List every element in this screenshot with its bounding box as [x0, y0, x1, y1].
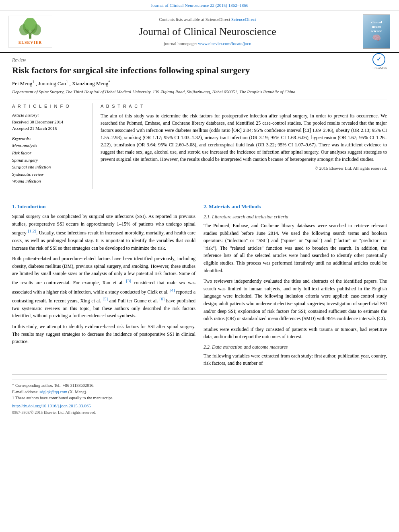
keyword-1: Meta-analysis	[12, 142, 86, 150]
copyright-text: © 2015 Elsevier Ltd. All rights reserved…	[101, 165, 387, 171]
keyword-4: Surgical site infection	[12, 164, 86, 171]
sciencedirect-info: Contents lists available at ScienceDirec…	[60, 16, 355, 23]
doi-section: http://dx.doi.org/10.1016/j.jocn.2015.03…	[0, 401, 399, 417]
section2-para4: The following variables were extracted f…	[204, 352, 387, 367]
journal-title: Journal of Clinical Neuroscience	[60, 25, 355, 39]
ref4[interactable]: [4]	[170, 288, 175, 292]
section2-para3: Studies were excluded if they consisted …	[204, 326, 387, 341]
keyword-5: Systematic review	[12, 171, 86, 178]
journal-cover-image: clinicalneuroscience 🧠	[363, 14, 391, 49]
crossmark-badge: ✓ CrossMark	[372, 53, 387, 70]
keyword-3: Spinal surgery	[12, 157, 86, 164]
left-column: 1. Introduction Spinal surgery can be co…	[12, 203, 195, 370]
info-abstract-section: A R T I C L E I N F O Article history: R…	[12, 99, 387, 189]
author1-name: Fei Meng	[12, 80, 32, 86]
keywords-section: Keywords: Meta-analysis Risk factor Spin…	[12, 136, 86, 185]
keywords-list: Meta-analysis Risk factor Spinal surgery…	[12, 142, 86, 185]
journal-homepage-link[interactable]: www.elsevier.com/locate/jocn	[198, 41, 251, 46]
elsevier-logo: ELSEVIER	[8, 16, 52, 47]
issn-line: 0967-5868/© 2015 Elsevier Ltd. All right…	[12, 410, 96, 415]
keyword-2: Risk factor	[12, 150, 86, 157]
author2-name: , Junming Cao	[35, 80, 66, 86]
journal-ref-text: Journal of Clinical Neuroscience 22 (201…	[151, 3, 249, 8]
keyword-6: Wound infection	[12, 178, 86, 185]
elsevier-tree-icon	[16, 18, 44, 40]
section2-sub1: 2.1. Literature search and inclusion cri…	[204, 214, 387, 220]
journal-homepage: journal homepage: www.elsevier.com/locat…	[60, 41, 355, 47]
abstract-heading: A B S T R A C T	[101, 103, 387, 109]
article-footer: * Corresponding author. Tel.: +86 311886…	[12, 374, 387, 401]
right-column: 2. Materials and Methods 2.1. Literature…	[204, 203, 387, 370]
abstract-panel: A B S T R A C T The aim of this study wa…	[101, 103, 387, 189]
ref1-2[interactable]: [1,2]	[28, 228, 36, 233]
section2-para1: The Pubmed, Embase, and Cochrane library…	[204, 222, 387, 274]
author1-sup: 1	[32, 80, 34, 84]
journal-title-area: Contents lists available at ScienceDirec…	[52, 16, 363, 47]
abstract-text: The aim of this study was to determine t…	[101, 112, 387, 163]
section1-para2: Both patient-related and procedure-relat…	[12, 255, 195, 320]
elsevier-wordmark: ELSEVIER	[11, 40, 49, 45]
email-line: E-mail address: sdglqk@qq.com (X. Meng).	[12, 389, 387, 395]
authors-line: Fei Meng1 , Junming Cao1 , Xianzhong Men…	[12, 79, 387, 88]
accepted-date: Accepted 21 March 2015	[12, 125, 86, 131]
author2-sup: 1	[66, 80, 68, 84]
history-label: Article history:	[12, 112, 86, 118]
crossmark-icon: ✓	[372, 53, 385, 66]
received-date: Received 30 December 2014	[12, 119, 86, 125]
article-info-heading: A R T I C L E I N F O	[12, 103, 86, 109]
doi-link[interactable]: http://dx.doi.org/10.1016/j.jocn.2015.03…	[12, 403, 91, 408]
article-history: Article history: Received 30 December 20…	[12, 112, 86, 131]
author3-sup: *	[108, 80, 110, 84]
section1-para3: In this study, we attempt to identify ev…	[12, 323, 195, 345]
section2-sub2: 2.2. Data extraction and outcome measure…	[204, 344, 387, 351]
section1-heading: 1. Introduction	[12, 203, 195, 210]
journal-reference: Journal of Clinical Neuroscience 22 (201…	[0, 0, 399, 10]
article-body: Review Risk factors for surgical site in…	[0, 53, 399, 197]
svg-point-4	[25, 18, 36, 30]
section2-para2: Two reviewers independently evaluated th…	[204, 277, 387, 322]
journal-header: ELSEVIER Contents lists available at Sci…	[0, 10, 399, 53]
article-info-panel: A R T I C L E I N F O Article history: R…	[12, 103, 93, 189]
article-type-label: Review	[12, 57, 387, 64]
corresponding-author: * Corresponding author. Tel.: +86 311886…	[12, 382, 387, 389]
author-email-link[interactable]: sdglqk@qq.com	[39, 390, 67, 394]
ref5[interactable]: [5]	[103, 296, 108, 301]
keywords-label: Keywords:	[12, 136, 86, 142]
ref3[interactable]: [3]	[126, 278, 131, 283]
article-title: Risk factors for surgical site infection…	[12, 65, 366, 76]
ref6[interactable]: [6]	[159, 296, 165, 301]
author3-name: , Xianzhong Meng	[69, 80, 108, 86]
section1-para1: Spinal surgery can be complicated by sur…	[12, 213, 195, 252]
section2-heading: 2. Materials and Methods	[204, 203, 387, 210]
affiliation-text: Department of Spine Surgery, The Third H…	[12, 89, 387, 95]
footnote-equal-contrib: 1 These authors have contributed equally…	[12, 395, 387, 401]
main-content: 1. Introduction Spinal surgery can be co…	[0, 197, 399, 374]
sciencedirect-link[interactable]: ScienceDirect	[231, 17, 256, 22]
